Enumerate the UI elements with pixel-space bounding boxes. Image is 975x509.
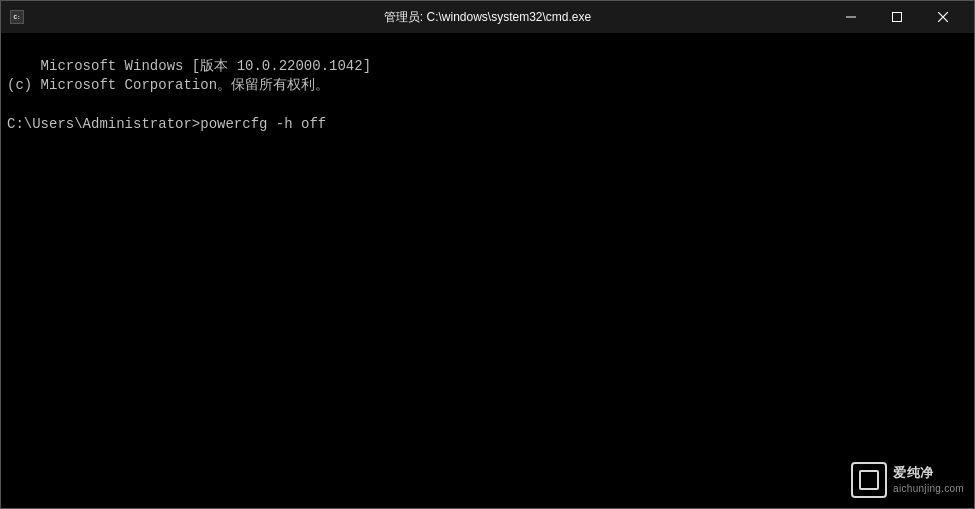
- svg-rect-0: [846, 17, 856, 18]
- watermark-label-bottom: aichunjing.com: [893, 482, 964, 496]
- terminal-body[interactable]: Microsoft Windows [版本 10.0.22000.1042] (…: [1, 33, 974, 508]
- close-button[interactable]: [920, 1, 966, 33]
- titlebar: 管理员: C:\windows\system32\cmd.exe: [1, 1, 974, 33]
- window-title: 管理员: C:\windows\system32\cmd.exe: [384, 9, 591, 26]
- terminal-line-1: Microsoft Windows [版本 10.0.22000.1042]: [41, 58, 371, 74]
- cmd-window: 管理员: C:\windows\system32\cmd.exe Mic: [0, 0, 975, 509]
- watermark: 爱纯净 aichunjing.com: [851, 462, 964, 498]
- terminal-line-2: (c) Microsoft Corporation。保留所有权利。: [7, 77, 329, 93]
- watermark-label-top: 爱纯净: [893, 464, 964, 482]
- watermark-logo-icon: [851, 462, 887, 498]
- window-controls: [828, 1, 966, 33]
- maximize-button[interactable]: [874, 1, 920, 33]
- svg-rect-1: [893, 13, 902, 22]
- watermark-text: 爱纯净 aichunjing.com: [893, 464, 964, 496]
- cmd-icon: [10, 10, 24, 24]
- titlebar-icon: [9, 9, 25, 25]
- minimize-button[interactable]: [828, 1, 874, 33]
- terminal-line-4: C:\Users\Administrator>powercfg -h off: [7, 116, 326, 132]
